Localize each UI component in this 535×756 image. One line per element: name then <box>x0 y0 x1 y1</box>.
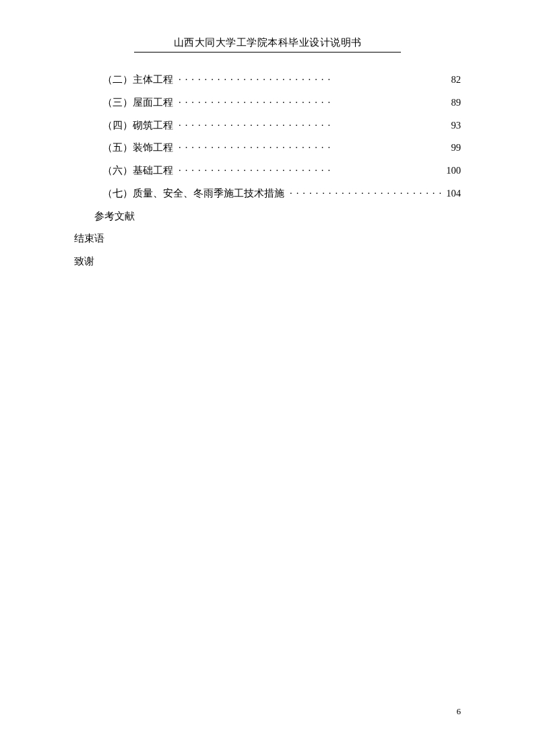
toc-label: （六）基础工程 <box>102 164 173 178</box>
toc-entry: （三）屋面工程 ························ 89 <box>74 96 461 110</box>
toc-page: 93 <box>442 118 461 133</box>
toc-label: （七）质量、安全、冬雨季施工技术措施 <box>102 186 284 201</box>
toc-label: （四）砌筑工程 <box>102 118 173 133</box>
page-number: 6 <box>457 706 462 717</box>
references-label: 参考文献 <box>94 211 135 221</box>
conclusion-label: 结束语 <box>74 233 104 244</box>
toc-entry: （五）装饰工程 ························ 99 <box>74 141 461 156</box>
toc-entry: （六）基础工程 ························ 100 <box>74 164 461 178</box>
toc-entry: （四）砌筑工程 ························ 93 <box>74 118 461 133</box>
toc-page: 100 <box>442 164 461 178</box>
toc-dots: ························ <box>173 164 442 178</box>
toc-page: 104 <box>442 186 461 201</box>
toc-dots: ························ <box>173 73 442 88</box>
page-content: （二）主体工程 ························ 82 （三）屋… <box>0 53 535 269</box>
toc-entry: （二）主体工程 ························ 82 <box>74 73 461 88</box>
toc-label: （三）屋面工程 <box>102 96 173 110</box>
page-header: 山西大同大学工学院本科毕业设计说明书 <box>0 0 535 53</box>
toc-page: 82 <box>442 73 461 88</box>
conclusion-line: 结束语 <box>74 232 461 246</box>
references-line: 参考文献 <box>74 209 461 224</box>
toc-dots: ························ <box>173 141 442 156</box>
toc-entry: （七）质量、安全、冬雨季施工技术措施 ·····················… <box>74 186 461 201</box>
thanks-label: 致谢 <box>74 256 94 267</box>
toc-label: （二）主体工程 <box>102 73 173 88</box>
thanks-line: 致谢 <box>74 254 461 269</box>
header-title: 山西大同大学工学院本科毕业设计说明书 <box>174 37 362 48</box>
toc-page: 99 <box>442 141 461 156</box>
toc-page: 89 <box>442 96 461 110</box>
toc-label: （五）装饰工程 <box>102 141 173 156</box>
toc-dots: ························ <box>173 118 442 133</box>
toc-dots: ························ <box>173 96 442 110</box>
toc-dots: ························ <box>284 186 442 201</box>
